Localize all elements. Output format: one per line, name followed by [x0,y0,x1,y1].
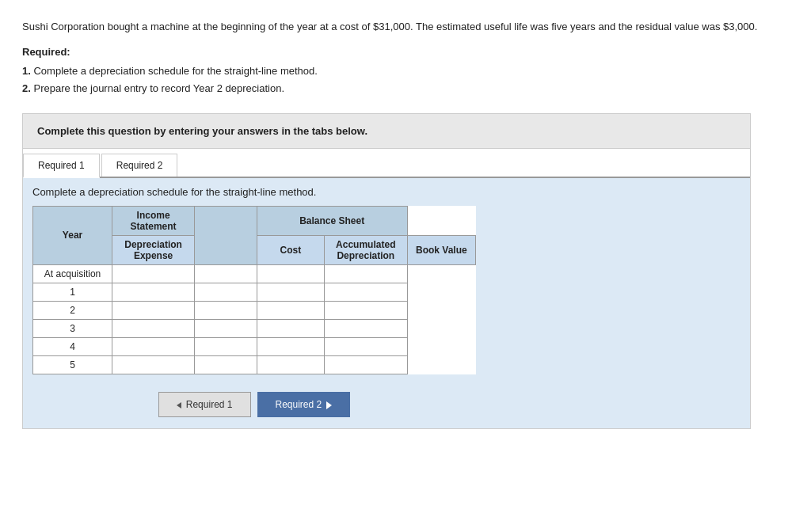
cell-book-value-2[interactable] [324,301,407,319]
input-acc-dep-1[interactable] [257,283,324,301]
col-header-cost: Cost [257,235,324,264]
nav-buttons: Required 1 Required 2 [32,392,476,417]
instruction-2-number: 2. [22,82,31,94]
input-dep-expense-1[interactable] [112,283,194,301]
cell-cost-3[interactable] [195,319,257,337]
col-header-accumulated-depreciation: AccumulatedDepreciation [324,235,407,264]
table-row: 5 [33,355,476,374]
col-header-balance-sheet: Balance Sheet [257,206,407,235]
intro-text: Sushi Corporation bought a machine at th… [22,19,789,35]
tabs-container: Required 1 Required 2 Complete a depreci… [22,149,751,429]
tab-content-required-1: Complete a depreciation schedule for the… [23,178,750,428]
input-acc-dep-5[interactable] [257,356,324,374]
input-book-value-5[interactable] [325,356,407,374]
cell-acc-dep-4[interactable] [257,337,324,355]
cell-cost-1[interactable] [195,283,257,301]
prev-arrow-icon [177,402,181,408]
next-arrow-icon [326,401,332,409]
col-header-income-statement: IncomeStatement [112,206,195,235]
row-year-5: 5 [33,355,112,374]
cell-dep-expense-2[interactable] [112,301,195,319]
tab-description: Complete a depreciation schedule for the… [32,186,741,198]
col-header-depreciation-expense: DepreciationExpense [112,235,195,264]
row-year-2: 2 [33,301,112,319]
instruction-1-text: Complete a depreciation schedule for the… [33,65,317,77]
cell-book-value-4[interactable] [324,337,407,355]
next-button-label: Required 2 [276,399,322,410]
cell-cost-5[interactable] [195,355,257,374]
col-header-balance-sheet-spacer [195,206,257,264]
input-acc-dep-acquisition[interactable] [257,265,324,283]
cell-book-value-3[interactable] [324,319,407,337]
input-dep-expense-5[interactable] [112,356,194,374]
tab-required-1[interactable]: Required 1 [23,154,100,178]
cell-acc-dep-5[interactable] [257,355,324,374]
input-book-value-1[interactable] [325,283,407,301]
input-cost-acquisition[interactable] [195,265,257,283]
input-acc-dep-3[interactable] [257,320,324,337]
input-dep-expense-acquisition[interactable] [112,265,194,283]
input-cost-2[interactable] [195,302,257,319]
input-book-value-3[interactable] [325,320,407,337]
cell-dep-expense-3[interactable] [112,319,195,337]
row-year-4: 4 [33,337,112,355]
instruction-1: 1. Complete a depreciation schedule for … [22,63,789,80]
table-row: 4 [33,337,476,355]
cell-acc-dep-3[interactable] [257,319,324,337]
input-cost-5[interactable] [195,356,257,374]
cell-acc-dep-acquisition[interactable] [257,264,324,283]
col-header-year: Year [33,206,112,264]
question-box: Complete this question by entering your … [22,113,751,149]
input-acc-dep-2[interactable] [257,302,324,319]
input-dep-expense-2[interactable] [112,302,194,319]
table-row: At acquisition [33,264,476,283]
cell-book-value-5[interactable] [324,355,407,374]
row-year-1: 1 [33,283,112,301]
table-row: 3 [33,319,476,337]
prev-button-label: Required 1 [186,399,233,410]
cell-cost-acquisition[interactable] [195,264,257,283]
cell-acc-dep-2[interactable] [257,301,324,319]
input-book-value-2[interactable] [325,302,407,319]
cell-dep-expense-5[interactable] [112,355,195,374]
table-row: 1 [33,283,476,301]
instruction-2-text: Prepare the journal entry to record Year… [33,82,284,94]
question-box-text: Complete this question by entering your … [37,125,367,137]
col-header-book-value: Book Value [407,235,475,264]
input-dep-expense-4[interactable] [112,338,194,355]
cell-acc-dep-1[interactable] [257,283,324,301]
instruction-2: 2. Prepare the journal entry to record Y… [22,80,789,97]
table-row: 2 [33,301,476,319]
input-book-value-4[interactable] [325,338,407,355]
cell-cost-2[interactable] [195,301,257,319]
cell-dep-expense-1[interactable] [112,283,195,301]
depreciation-table: Year IncomeStatement Balance Sheet Depre… [32,206,476,374]
instruction-1-number: 1. [22,65,31,77]
cell-cost-4[interactable] [195,337,257,355]
required-label: Required: [22,46,789,58]
cell-dep-expense-acquisition[interactable] [112,264,195,283]
row-year-3: 3 [33,319,112,337]
cell-book-value-acquisition[interactable] [324,264,407,283]
tab-required-2[interactable]: Required 2 [101,154,178,177]
input-cost-4[interactable] [195,338,257,355]
instructions: 1. Complete a depreciation schedule for … [22,63,789,97]
next-button[interactable]: Required 2 [257,392,350,417]
row-year-acquisition: At acquisition [33,264,112,283]
input-dep-expense-3[interactable] [112,320,194,337]
input-cost-3[interactable] [195,320,257,337]
cell-dep-expense-4[interactable] [112,337,195,355]
input-book-value-acquisition[interactable] [325,265,407,283]
input-cost-1[interactable] [195,283,257,301]
tabs-row: Required 1 Required 2 [23,149,750,178]
prev-button[interactable]: Required 1 [158,392,250,417]
input-acc-dep-4[interactable] [257,338,324,355]
cell-book-value-1[interactable] [324,283,407,301]
table-header-row-1: Year IncomeStatement Balance Sheet [33,206,476,235]
